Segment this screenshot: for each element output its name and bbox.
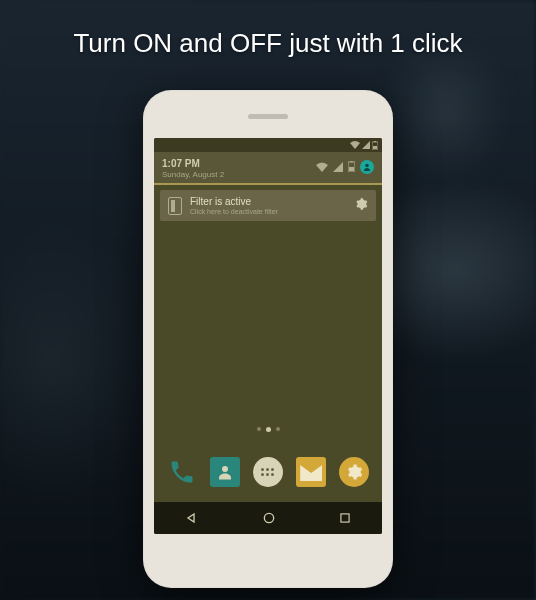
- notification-card[interactable]: Filter is active Click here to deactivat…: [160, 190, 376, 221]
- profile-icon[interactable]: [360, 160, 374, 174]
- settings-app-icon[interactable]: [337, 455, 371, 489]
- phone-speaker: [248, 114, 288, 119]
- navigation-bar: [154, 502, 382, 534]
- status-bar: [154, 138, 382, 152]
- shade-header: 1:07 PM Sunday, August 2: [162, 158, 374, 179]
- page-indicator: [154, 427, 382, 432]
- svg-rect-1: [373, 146, 377, 149]
- battery-shade-icon: [348, 158, 355, 176]
- dock: [154, 442, 382, 502]
- phone-app-icon[interactable]: [165, 455, 199, 489]
- page-dot: [276, 427, 280, 431]
- page-dot-active: [266, 427, 271, 432]
- svg-point-6: [365, 164, 369, 168]
- svg-rect-2: [374, 141, 376, 142]
- app-drawer-icon[interactable]: [251, 455, 285, 489]
- page-dot: [257, 427, 261, 431]
- status-time: 1:07 PM: [162, 158, 224, 169]
- filter-app-icon: [168, 197, 182, 215]
- signal-icon: [362, 141, 370, 149]
- notification-shade[interactable]: 1:07 PM Sunday, August 2: [154, 152, 382, 185]
- home-button[interactable]: [261, 510, 277, 526]
- wifi-toggle-icon[interactable]: [316, 158, 328, 176]
- svg-point-8: [264, 513, 273, 522]
- phone-frame: 1:07 PM Sunday, August 2: [143, 90, 393, 588]
- gear-icon[interactable]: [354, 197, 368, 215]
- svg-point-7: [222, 466, 228, 472]
- messages-app-icon[interactable]: [294, 455, 328, 489]
- notification-subtitle: Click here to deactivate filter: [190, 208, 346, 215]
- battery-icon: [372, 141, 378, 150]
- wifi-icon: [350, 141, 360, 149]
- headline-text: Turn ON and OFF just with 1 click: [0, 28, 536, 59]
- status-date: Sunday, August 2: [162, 170, 224, 179]
- notification-title: Filter is active: [190, 196, 346, 207]
- svg-rect-4: [349, 167, 354, 171]
- phone-screen: 1:07 PM Sunday, August 2: [154, 138, 382, 534]
- back-button[interactable]: [184, 510, 200, 526]
- svg-rect-9: [341, 514, 349, 522]
- contacts-app-icon[interactable]: [208, 455, 242, 489]
- recent-button[interactable]: [338, 511, 352, 525]
- svg-rect-5: [351, 161, 353, 162]
- signal-shade-icon: [333, 158, 343, 176]
- background-light: [406, 60, 486, 160]
